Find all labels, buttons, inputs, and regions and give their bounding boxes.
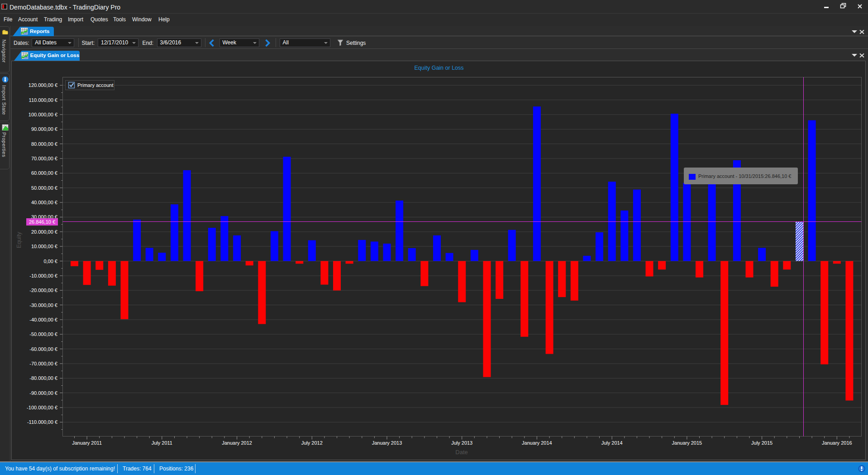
svg-text:90.000,00 €: 90.000,00 € [31, 126, 57, 132]
svg-text:January 2015: January 2015 [672, 440, 702, 446]
svg-text:July 2015: July 2015 [751, 440, 773, 446]
svg-text:July 2011: July 2011 [152, 440, 172, 446]
svg-text:26.846,10 €: 26.846,10 € [29, 219, 55, 225]
svg-text:January 2016: January 2016 [822, 440, 852, 446]
svg-text:January 2012: January 2012 [222, 440, 252, 446]
svg-text:July 2012: July 2012 [301, 440, 323, 446]
svg-text:0,00 €: 0,00 € [43, 259, 57, 264]
svg-text:120.000,00 €: 120.000,00 € [29, 82, 57, 88]
svg-text:Equity: Equity [15, 231, 22, 248]
svg-text:-10.000,00 €: -10.000,00 € [29, 273, 57, 278]
svg-text:Date: Date [455, 449, 467, 456]
svg-text:January 2014: January 2014 [522, 440, 552, 446]
svg-text:-80.000,00 €: -80.000,00 € [29, 375, 57, 381]
svg-text:50.000,00 €: 50.000,00 € [31, 185, 57, 191]
svg-text:70.000,00 €: 70.000,00 € [31, 156, 57, 161]
svg-text:January 2013: January 2013 [372, 440, 402, 446]
svg-text:-30.000,00 €: -30.000,00 € [29, 302, 57, 308]
svg-text:-60.000,00 €: -60.000,00 € [29, 346, 57, 352]
svg-text:110.000,00 €: 110.000,00 € [29, 97, 57, 103]
svg-text:100.000,00 €: 100.000,00 € [29, 112, 57, 117]
svg-text:January 2011: January 2011 [72, 440, 102, 446]
svg-text:July 2014: July 2014 [601, 440, 623, 446]
svg-text:Primary account - 10/31/2015:2: Primary account - 10/31/2015:26.846,10 € [698, 173, 791, 179]
svg-text:Equity Gain or Loss: Equity Gain or Loss [414, 65, 463, 71]
svg-text:20.000,00 €: 20.000,00 € [31, 229, 57, 235]
svg-text:10.000,00 €: 10.000,00 € [31, 244, 57, 249]
svg-text:80.000,00 €: 80.000,00 € [31, 141, 57, 147]
svg-text:-20.000,00 €: -20.000,00 € [29, 288, 57, 293]
svg-text:-70.000,00 €: -70.000,00 € [29, 361, 57, 366]
svg-text:July 2013: July 2013 [451, 440, 472, 446]
svg-text:Primary account: Primary account [77, 82, 113, 88]
svg-text:-110.000,00 €: -110.000,00 € [27, 419, 57, 425]
svg-text:-90.000,00 €: -90.000,00 € [29, 390, 57, 396]
svg-text:-40.000,00 €: -40.000,00 € [29, 317, 57, 322]
svg-text:-50.000,00 €: -50.000,00 € [29, 331, 57, 337]
svg-text:40.000,00 €: 40.000,00 € [31, 200, 57, 205]
svg-text:-100.000,00 €: -100.000,00 € [27, 405, 57, 410]
svg-text:60.000,00 €: 60.000,00 € [31, 170, 57, 176]
